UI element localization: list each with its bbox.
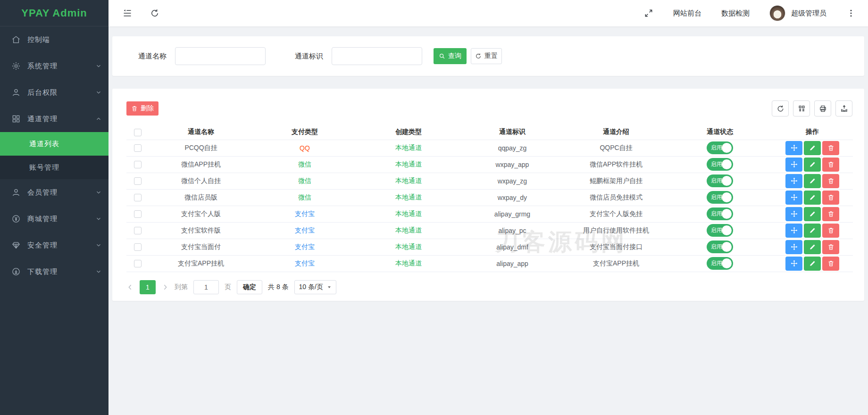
trash-icon xyxy=(827,260,835,267)
status-toggle[interactable]: 启用 xyxy=(707,257,733,270)
row-checkbox[interactable] xyxy=(134,210,142,218)
status-toggle[interactable]: 启用 xyxy=(707,224,733,237)
row-checkbox[interactable] xyxy=(134,161,142,168)
reset-button[interactable]: 重置 xyxy=(471,48,502,64)
chevron-up-icon xyxy=(95,116,102,122)
row-checkbox[interactable] xyxy=(134,144,142,152)
sidebar-item-label: 通道列表 xyxy=(29,140,59,149)
channel-name-cell: 微信店员版 xyxy=(149,189,253,206)
row-checkbox[interactable] xyxy=(134,194,142,201)
channel-name-input[interactable] xyxy=(175,47,266,65)
toggle-knob xyxy=(722,209,732,219)
table-row: 微信店员版 微信 本地通道 wxpay_dy 微信店员免挂模式 启用 xyxy=(126,189,853,206)
sidebar-item-console[interactable]: 控制端 xyxy=(0,26,108,53)
select-all-checkbox[interactable] xyxy=(134,129,142,136)
status-toggle[interactable]: 启用 xyxy=(707,174,733,187)
move-button[interactable] xyxy=(785,141,802,155)
create-type-cell: 本地通道 xyxy=(357,222,460,239)
edit-button[interactable] xyxy=(804,174,821,188)
row-delete-button[interactable] xyxy=(822,207,839,221)
sidebar-item-system[interactable]: 系统管理 xyxy=(0,53,108,79)
move-button[interactable] xyxy=(785,191,802,205)
table-row: 支付宝当面付 支付宝 本地通道 alipay_dmf 支付宝当面付接口 启用 xyxy=(126,239,853,255)
status-toggle[interactable]: 启用 xyxy=(707,141,733,154)
edit-button[interactable] xyxy=(804,240,821,254)
sidebar-item-download-mgmt[interactable]: 下载管理 xyxy=(0,258,108,285)
site-front-link[interactable]: 网站前台 xyxy=(673,9,701,18)
move-button[interactable] xyxy=(785,240,802,254)
pagination: 1 到第 页 确定 共 8 条 10 条/页 xyxy=(126,280,852,294)
channel-submenu: 通道列表 账号管理 xyxy=(0,132,108,179)
edit-button[interactable] xyxy=(804,224,821,238)
page-size-select[interactable]: 10 条/页 xyxy=(294,280,336,294)
channel-code-cell: alipay_dmf xyxy=(460,239,564,255)
channel-table: 通道名称 支付类型 创建类型 通道标识 通道介绍 通道状态 操作 PCQQ自挂 … xyxy=(126,125,853,272)
sidebar-item-channel-mgmt[interactable]: 通道管理 xyxy=(0,106,108,132)
edit-button[interactable] xyxy=(804,257,821,271)
status-toggle[interactable]: 启用 xyxy=(707,241,733,253)
sidebar-item-backend-auth[interactable]: 后台权限 xyxy=(0,79,108,106)
move-button[interactable] xyxy=(785,257,802,271)
print-button[interactable] xyxy=(814,100,831,116)
pay-type-cell: 微信 xyxy=(253,173,357,189)
channel-code-cell: wxpay_zg xyxy=(460,173,564,189)
sidebar-item-security-mgmt[interactable]: 安全管理 xyxy=(0,232,108,258)
move-button[interactable] xyxy=(785,158,802,172)
page-number[interactable]: 1 xyxy=(140,280,156,294)
more-menu-icon[interactable] xyxy=(846,8,856,18)
edit-button[interactable] xyxy=(804,191,821,205)
row-delete-button[interactable] xyxy=(822,224,839,238)
sidebar-item-member-mgmt[interactable]: 会员管理 xyxy=(0,179,108,206)
move-button[interactable] xyxy=(785,207,802,221)
sidebar-item-channel-list[interactable]: 通道列表 xyxy=(0,132,108,156)
fullscreen-icon[interactable] xyxy=(644,8,653,18)
sidebar-item-account-mgmt[interactable]: 账号管理 xyxy=(0,156,108,179)
table-refresh-button[interactable] xyxy=(772,100,789,116)
row-delete-button[interactable] xyxy=(822,174,839,188)
status-toggle[interactable]: 启用 xyxy=(707,191,733,204)
channel-code-cell: alipay_pc xyxy=(460,222,564,239)
row-checkbox[interactable] xyxy=(134,243,142,251)
query-button[interactable]: 查询 xyxy=(434,48,467,64)
home-icon xyxy=(11,35,21,44)
edit-button[interactable] xyxy=(804,207,821,221)
export-icon xyxy=(840,105,848,113)
pay-type-cell: 微信 xyxy=(253,189,357,206)
username: 超级管理员 xyxy=(791,9,826,18)
sidebar-item-mall-mgmt[interactable]: 商城管理 xyxy=(0,206,108,232)
channel-code-input[interactable] xyxy=(332,47,422,65)
channel-intro-cell: 鲲鹏框架用户自挂 xyxy=(564,173,668,189)
delete-button[interactable]: 删除 xyxy=(126,101,159,116)
goto-confirm-button[interactable]: 确定 xyxy=(237,280,262,294)
row-delete-button[interactable] xyxy=(822,240,839,254)
column-filter-button[interactable] xyxy=(793,100,810,116)
move-button[interactable] xyxy=(785,174,802,188)
collapse-sidebar-icon[interactable] xyxy=(123,8,132,18)
channel-code-cell: alipay_grmg xyxy=(460,206,564,222)
edit-button[interactable] xyxy=(804,158,821,172)
row-delete-button[interactable] xyxy=(822,257,839,271)
table-row: 支付宝个人版 支付宝 本地通道 alipay_grmg 支付宝个人版免挂 启用 xyxy=(126,206,853,222)
row-checkbox[interactable] xyxy=(134,177,142,185)
create-type-cell: 本地通道 xyxy=(357,140,460,156)
goto-page-input[interactable] xyxy=(193,280,219,294)
row-delete-button[interactable] xyxy=(822,158,839,172)
search-panel: 通道名称 通道标识 查询 重置 xyxy=(112,36,864,76)
table-row: PCQQ自挂 QQ 本地通道 qqpay_zg QQPC自挂 启用 xyxy=(126,140,853,156)
move-icon xyxy=(791,260,798,267)
row-checkbox[interactable] xyxy=(134,260,142,267)
next-page-icon[interactable] xyxy=(161,283,169,291)
edit-button[interactable] xyxy=(804,141,821,155)
row-delete-button[interactable] xyxy=(822,141,839,155)
data-monitor-link[interactable]: 数据检测 xyxy=(721,9,750,18)
status-toggle[interactable]: 启用 xyxy=(707,158,733,171)
refresh-page-icon[interactable] xyxy=(150,8,159,18)
prev-page-icon[interactable] xyxy=(126,283,134,291)
row-delete-button[interactable] xyxy=(822,191,839,205)
user-menu[interactable]: 超级管理员 xyxy=(769,5,826,21)
toggle-knob xyxy=(722,159,732,169)
row-checkbox[interactable] xyxy=(134,227,142,234)
status-toggle[interactable]: 启用 xyxy=(707,208,733,220)
move-button[interactable] xyxy=(785,224,802,238)
export-button[interactable] xyxy=(835,100,852,116)
